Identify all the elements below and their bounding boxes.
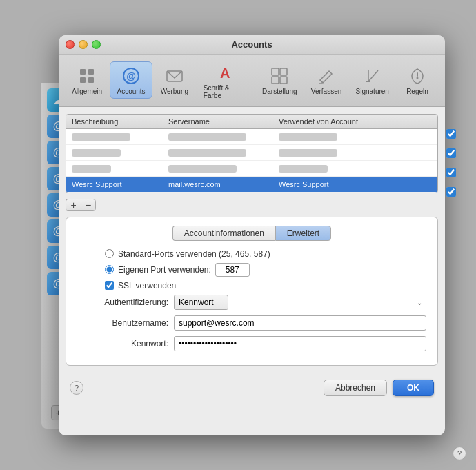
traffic-lights [66, 40, 101, 49]
allgemein-icon [76, 65, 98, 87]
standard-ports-label: Standard-Ports verwenden (25, 465, 587) [118, 249, 270, 259]
svg-line-12 [320, 80, 323, 83]
password-row: Kennwort: [77, 336, 426, 351]
toolbar-regeln[interactable]: Regeln [397, 62, 438, 98]
toolbar-accounts[interactable]: @ Accounts [110, 61, 152, 99]
username-row: Benutzername: [77, 315, 426, 331]
toolbar-signaturen[interactable]: Signaturen [349, 62, 395, 98]
table-row-blurred-1[interactable]: ████████████ ████████████████ ██████████… [66, 129, 437, 145]
tab-erweitert[interactable]: Erweitert [275, 226, 331, 241]
bottom-bar: ? Abbrechen OK [59, 373, 445, 402]
cancel-button[interactable]: Abbrechen [324, 380, 387, 396]
darstellung-label: Darstellung [262, 88, 297, 95]
tab-accountinfo[interactable]: Accountinformationen [172, 226, 275, 241]
blurred-cell-1-1: ████████████ [66, 131, 163, 142]
auth-select[interactable]: Kennwort MD5 NTLM [174, 295, 228, 310]
header-beschreibung: Beschreibung [66, 116, 163, 127]
blurred-cell-2-3: ████████████ [273, 147, 437, 158]
ssl-checkbox[interactable] [105, 281, 114, 290]
password-input[interactable] [174, 336, 426, 351]
standard-ports-row: Standard-Ports verwenden (25, 465, 587) [77, 249, 426, 259]
schrift-icon: A [215, 61, 237, 84]
toolbar-allgemein[interactable]: Allgemein [66, 62, 108, 98]
row-checkbox-3[interactable] [446, 168, 456, 177]
verfassen-icon [315, 65, 337, 87]
ssl-label: SSL verwenden [118, 281, 176, 291]
accounts-icon: @ [120, 65, 142, 87]
table-controls: + − [66, 199, 438, 211]
password-label: Kennwort: [77, 339, 174, 349]
svg-text:@: @ [126, 70, 136, 81]
header-servername: Servername [163, 116, 273, 127]
toolbar-darstellung[interactable]: Darstellung [256, 62, 304, 98]
toolbar-schrift[interactable]: A Schrift & Farbe [197, 59, 255, 102]
blurred-cell-1-2: ████████████████ [163, 131, 273, 142]
svg-rect-9 [280, 68, 287, 75]
svg-line-15 [368, 70, 378, 81]
settings-panel: Accountinformationen Erweitert Standard-… [66, 217, 438, 366]
ok-button[interactable]: OK [393, 380, 434, 396]
port-input[interactable] [215, 263, 250, 277]
table-row-blurred-3[interactable]: ████████ ██████████████ ██████████ [66, 161, 437, 177]
table-row-blurred-2[interactable]: ██████████ ████████████████ ████████████ [66, 145, 437, 161]
add-account-button[interactable]: + [66, 199, 81, 211]
account-table: Beschreibung Servername Verwendet von Ac… [66, 114, 438, 193]
content-area: Beschreibung Servername Verwendet von Ac… [59, 107, 445, 373]
close-button[interactable] [66, 40, 75, 49]
svg-rect-8 [272, 68, 279, 75]
blurred-cell-1-3: ████████████ [273, 131, 437, 142]
darstellung-icon [268, 65, 290, 87]
signaturen-icon [361, 65, 384, 87]
main-window: Accounts Allgemein [59, 35, 445, 435]
auth-select-wrapper: Kennwort MD5 NTLM ⌄ [174, 295, 426, 310]
allgemein-label: Allgemein [72, 88, 102, 95]
table-header: Beschreibung Servername Verwendet von Ac… [66, 115, 437, 129]
svg-rect-3 [88, 77, 94, 83]
help-button[interactable]: ? [70, 381, 83, 395]
selected-server: mail.wesrc.com [163, 179, 273, 190]
regeln-icon [406, 65, 428, 87]
svg-point-18 [417, 77, 419, 79]
signaturen-label: Signaturen [356, 88, 389, 95]
svg-rect-10 [272, 77, 279, 84]
right-help-button[interactable]: ? [453, 447, 466, 460]
window-title: Accounts [231, 39, 272, 50]
werbung-label: Werbung [161, 88, 188, 95]
row-checkbox-2[interactable] [446, 148, 456, 158]
ssl-row: SSL verwenden [77, 281, 426, 291]
blurred-cell-3-1: ████████ [66, 163, 163, 174]
header-account: Verwendet von Account [273, 116, 437, 127]
standard-ports-radio[interactable] [105, 249, 114, 258]
username-input[interactable] [174, 315, 426, 331]
table-row-selected[interactable]: Wesrc Support mail.wesrc.com Wesrc Suppo… [66, 177, 437, 193]
auth-select-arrow: ⌄ [417, 298, 422, 306]
desktop: ☁ @ @ @ @ @ @ @ + Accounts [0, 0, 476, 470]
selected-account: Wesrc Support [273, 179, 437, 190]
selected-desc: Wesrc Support [66, 179, 163, 190]
custom-port-row: Eigenen Port verwenden: [77, 263, 426, 277]
maximize-button[interactable] [92, 40, 101, 49]
svg-rect-1 [88, 69, 94, 75]
auth-label: Authentifizierung: [77, 297, 174, 307]
accounts-label: Accounts [117, 88, 145, 95]
settings-tabs: Accountinformationen Erweitert [77, 226, 426, 241]
custom-port-radio[interactable] [105, 265, 114, 274]
toolbar-werbung[interactable]: Werbung [154, 62, 195, 98]
toolbar-verfassen[interactable]: Verfassen [305, 62, 348, 98]
regeln-label: Regeln [406, 88, 428, 95]
row-checkbox-4[interactable] [446, 187, 456, 197]
custom-port-label: Eigenen Port verwenden: [118, 265, 211, 275]
remove-account-button[interactable]: − [81, 199, 96, 211]
svg-text:A: A [220, 66, 230, 81]
username-label: Benutzername: [77, 318, 174, 328]
auth-row: Authentifizierung: Kennwort MD5 NTLM ⌄ [77, 295, 426, 310]
werbung-icon [163, 65, 186, 87]
titlebar: Accounts [59, 35, 445, 55]
minimize-button[interactable] [79, 40, 88, 49]
account-table-wrapper: Beschreibung Servername Verwendet von Ac… [66, 114, 438, 193]
row-checkbox-1[interactable] [446, 129, 456, 139]
blurred-cell-3-3: ██████████ [273, 163, 437, 174]
schrift-label: Schrift & Farbe [204, 84, 248, 99]
toolbar: Allgemein @ Accounts Werb [59, 55, 445, 107]
verfassen-label: Verfassen [311, 88, 341, 95]
